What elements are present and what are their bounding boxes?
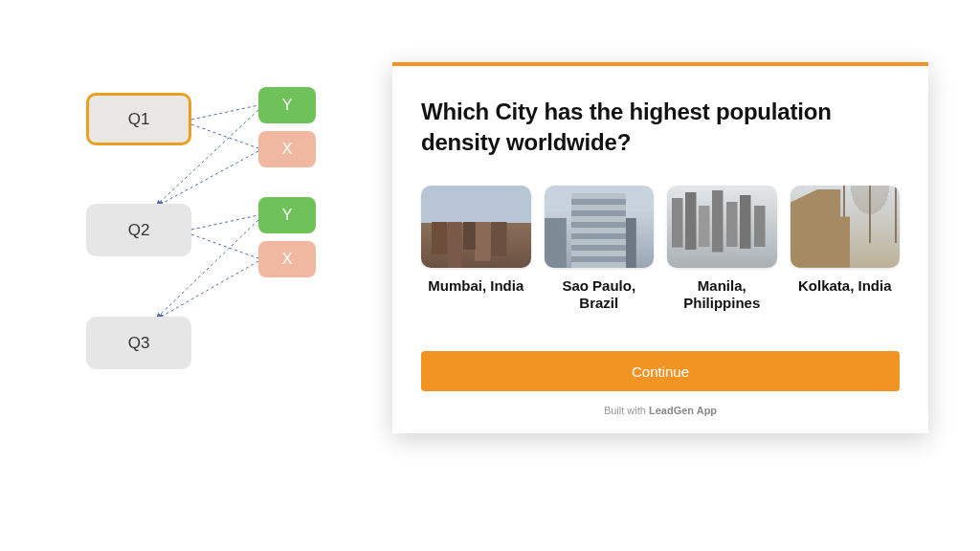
option-image-kolkata — [791, 186, 901, 268]
flow-tag-label: X — [282, 251, 293, 268]
option-label: Manila, Philippines — [667, 277, 777, 314]
svg-line-5 — [191, 234, 258, 258]
quiz-option-manila[interactable]: Manila, Philippines — [667, 186, 777, 313]
flow-tag-y2[interactable]: Y — [258, 197, 316, 233]
flow-node-q2[interactable]: Q2 — [86, 204, 191, 256]
flow-tag-y1[interactable]: Y — [258, 87, 316, 123]
flow-node-label: Q3 — [128, 334, 150, 353]
quiz-question: Which City has the highest population de… — [421, 97, 900, 159]
flow-tag-x2[interactable]: X — [258, 241, 316, 277]
svg-line-4 — [191, 215, 258, 230]
svg-line-0 — [191, 105, 258, 120]
quiz-options: Mumbai, India Sao Paulo, Brazil Manila, … — [421, 186, 900, 313]
svg-line-3 — [158, 151, 258, 206]
flow-node-q1[interactable]: Q1 — [86, 93, 191, 145]
quiz-card: Which City has the highest population de… — [392, 62, 928, 433]
continue-button[interactable]: Continue — [421, 351, 900, 391]
built-with-label: Built with LeadGen App — [421, 405, 900, 416]
option-label: Mumbai, India — [428, 277, 523, 296]
svg-line-1 — [191, 124, 258, 148]
flow-node-q3[interactable]: Q3 — [86, 317, 191, 369]
flow-tag-label: Y — [282, 97, 293, 114]
flow-node-label: Q1 — [128, 110, 150, 129]
flow-diagram: Q1 Y X Q2 Y X Q3 — [67, 81, 354, 426]
quiz-option-sao-paulo[interactable]: Sao Paulo, Brazil — [545, 186, 655, 313]
built-with-prefix: Built with — [604, 405, 649, 416]
option-label: Kolkata, India — [798, 277, 892, 296]
svg-line-7 — [158, 261, 258, 319]
flow-tag-x1[interactable]: X — [258, 131, 316, 167]
quiz-option-mumbai[interactable]: Mumbai, India — [421, 186, 531, 313]
flow-tag-label: Y — [282, 207, 293, 224]
quiz-option-kolkata[interactable]: Kolkata, India — [791, 186, 901, 313]
option-image-mumbai — [421, 186, 531, 268]
option-image-sao-paulo — [545, 186, 655, 268]
flow-node-label: Q2 — [128, 221, 150, 240]
option-label: Sao Paulo, Brazil — [545, 277, 655, 314]
flow-tag-label: X — [282, 141, 293, 158]
built-with-brand: LeadGen App — [649, 405, 717, 416]
option-image-manila — [667, 186, 777, 268]
